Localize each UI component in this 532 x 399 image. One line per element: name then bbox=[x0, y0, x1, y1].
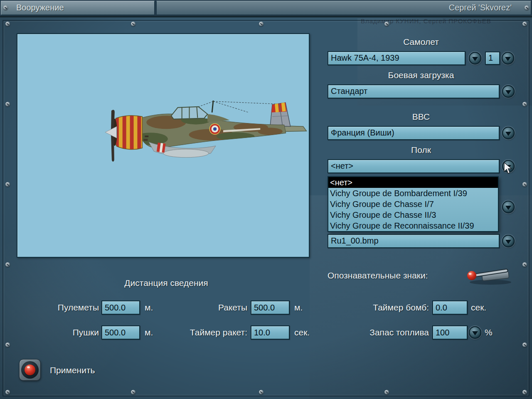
main-panel: Самолет Hawk 75A-4, 1939 1 Боевая загруз… bbox=[0, 17, 532, 399]
machineguns-input[interactable] bbox=[101, 300, 140, 315]
apply-button-icon bbox=[25, 365, 35, 375]
loadout-section-label: Боевая загрузка bbox=[328, 70, 515, 81]
bomb-timer-unit: сек. bbox=[471, 302, 486, 313]
cannons-input[interactable] bbox=[101, 325, 140, 340]
screw-icon bbox=[522, 182, 527, 187]
screw-icon bbox=[131, 390, 135, 394]
rocket-timer-input[interactable] bbox=[251, 325, 290, 340]
skin-scroll-arrow-icon[interactable] bbox=[502, 201, 515, 213]
screw-icon bbox=[522, 22, 527, 26]
aircraft-section-label: Самолет bbox=[328, 37, 515, 47]
airforce-dropdown[interactable]: Франция (Виши) bbox=[328, 126, 500, 140]
loadout-dropdown-arrow-icon[interactable] bbox=[502, 85, 515, 98]
screw-icon bbox=[131, 22, 135, 26]
fuel-arrow-icon[interactable] bbox=[469, 326, 481, 339]
fuel-input[interactable] bbox=[432, 325, 468, 340]
screw-icon bbox=[3, 5, 8, 10]
screw-icon bbox=[384, 390, 389, 394]
machineguns-unit: м. bbox=[145, 302, 153, 313]
rocket-timer-label: Таймер ракет: bbox=[189, 327, 247, 338]
mouse-cursor-icon bbox=[504, 162, 513, 175]
aircraft-count-arrow-icon[interactable] bbox=[502, 52, 514, 64]
rockets-unit: м. bbox=[294, 302, 303, 313]
screw-icon bbox=[522, 102, 527, 106]
screw-icon bbox=[5, 262, 10, 267]
regiment-section-label: Полк bbox=[328, 145, 515, 155]
skin-dropdown-arrow-icon[interactable] bbox=[502, 235, 515, 247]
skin-dropdown[interactable]: Ru1_00.bmp bbox=[328, 234, 500, 248]
rocket-timer-unit: сек. bbox=[294, 327, 310, 338]
screw-icon bbox=[5, 390, 10, 394]
screw-icon bbox=[5, 342, 10, 347]
aircraft-count-field[interactable]: 1 bbox=[485, 52, 500, 65]
markings-label: Опознавательные знаки: bbox=[328, 270, 428, 281]
fuel-label: Запас топлива bbox=[357, 327, 429, 338]
airforce-section-label: ВВС bbox=[328, 111, 515, 122]
regiment-option[interactable]: Vichy Groupe de Chasse I/7 bbox=[328, 199, 498, 209]
convergence-title: Дистанция сведения bbox=[100, 278, 233, 288]
cannons-label: Пушки bbox=[42, 327, 99, 338]
screw-icon bbox=[384, 22, 389, 26]
screw-icon bbox=[525, 5, 529, 10]
screw-icon bbox=[522, 342, 527, 347]
screw-icon bbox=[522, 262, 527, 267]
tab-armament-label: Вооружение bbox=[16, 3, 64, 12]
regiment-option[interactable]: Vichy Groupe de Bombardement I/39 bbox=[328, 188, 498, 199]
markings-toggle-switch[interactable] bbox=[461, 263, 519, 286]
screw-icon bbox=[5, 102, 10, 106]
apply-button[interactable] bbox=[19, 359, 41, 381]
screw-icon bbox=[522, 390, 527, 394]
machineguns-label: Пулеметы bbox=[42, 302, 99, 313]
loadout-dropdown[interactable]: Стандарт bbox=[328, 84, 500, 99]
bomb-timer-label: Таймер бомб: bbox=[357, 302, 429, 313]
aircraft-preview bbox=[17, 33, 310, 258]
player-name: Сергей 'Skvorez' bbox=[449, 3, 512, 12]
regiment-dropdown[interactable]: <нет> bbox=[328, 159, 500, 173]
title-bar: Вооружение Сергей 'Skvorez' bbox=[0, 0, 532, 16]
aircraft-dropdown-arrow-icon[interactable] bbox=[469, 52, 481, 64]
screw-icon bbox=[259, 390, 264, 394]
screw-icon bbox=[259, 22, 264, 26]
rockets-input[interactable] bbox=[251, 300, 290, 315]
tab-armament[interactable]: Вооружение bbox=[1, 1, 155, 15]
rockets-label: Ракеты bbox=[189, 302, 247, 313]
regiment-option[interactable]: Vichy Groupe de Reconnaissance II/39 bbox=[328, 220, 498, 231]
airforce-dropdown-arrow-icon[interactable] bbox=[502, 127, 515, 139]
regiment-option[interactable]: Vichy Groupe de Chasse II/3 bbox=[328, 209, 498, 220]
bomb-timer-input[interactable] bbox=[432, 300, 468, 315]
cannons-unit: м. bbox=[145, 327, 153, 338]
player-name-bar: Сергей 'Skvorez' bbox=[156, 1, 531, 15]
regiment-dropdown-list: <нет> Vichy Groupe de Bombardement I/39 … bbox=[328, 176, 499, 232]
apply-button-ring bbox=[21, 361, 39, 379]
regiment-option[interactable]: <нет> bbox=[328, 177, 498, 188]
aircraft-image bbox=[17, 34, 309, 257]
apply-label: Применить bbox=[50, 365, 95, 376]
armament-screen: Владимир КУНИН, Сергей ПРОКОФЬЕВ Вооруже… bbox=[0, 0, 532, 399]
aircraft-dropdown[interactable]: Hawk 75A-4, 1939 bbox=[328, 51, 466, 65]
screw-icon bbox=[5, 22, 10, 26]
fuel-unit: % bbox=[485, 327, 493, 338]
screw-icon bbox=[5, 182, 10, 187]
